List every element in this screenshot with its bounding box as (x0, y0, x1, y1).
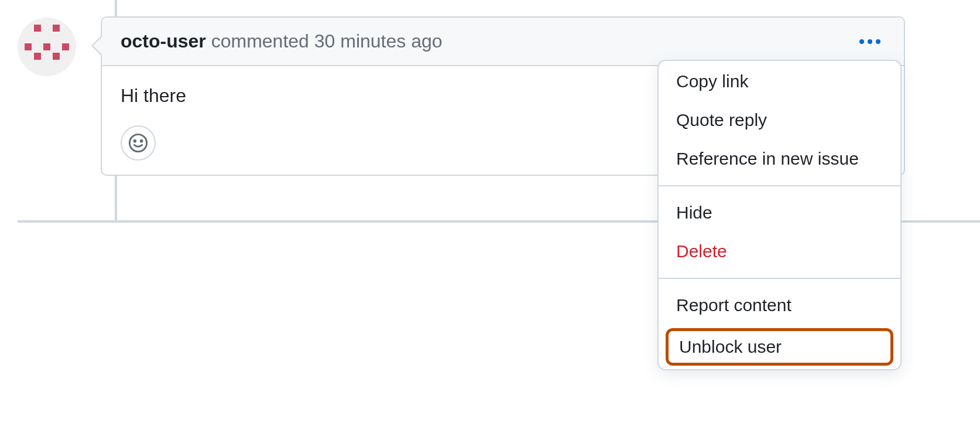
menu-divider (659, 278, 900, 279)
avatar[interactable] (18, 18, 76, 76)
svg-point-0 (129, 134, 146, 151)
add-reaction-button[interactable] (121, 125, 156, 161)
kebab-icon (868, 39, 872, 44)
menu-item-delete[interactable]: Delete (659, 232, 900, 271)
menu-item-copy-link[interactable]: Copy link (659, 61, 900, 101)
menu-item-unblock-user[interactable]: Unblock user (666, 328, 893, 366)
svg-point-1 (134, 140, 136, 142)
kebab-icon (876, 39, 880, 44)
comment-actions-menu: Copy link Quote reply Reference in new i… (657, 60, 902, 370)
menu-item-hide[interactable]: Hide (659, 193, 900, 232)
menu-item-report-content[interactable]: Report content (659, 286, 900, 325)
comment-action: commented (211, 30, 309, 52)
menu-item-reference-issue[interactable]: Reference in new issue (659, 139, 900, 178)
menu-item-quote-reply[interactable]: Quote reply (659, 101, 900, 139)
kebab-icon (859, 39, 864, 44)
comment-caret (91, 35, 102, 56)
kebab-menu-button[interactable] (855, 35, 885, 49)
comment-username[interactable]: octo-user (121, 30, 206, 52)
dropdown-caret (869, 60, 885, 61)
smiley-icon (128, 132, 149, 154)
menu-divider (659, 185, 900, 186)
comment-timestamp[interactable]: 30 minutes ago (314, 30, 443, 52)
comment-header-text: octo-user commented 30 minutes ago (121, 30, 443, 52)
comment-header: octo-user commented 30 minutes ago (102, 18, 904, 66)
svg-point-2 (141, 140, 142, 142)
